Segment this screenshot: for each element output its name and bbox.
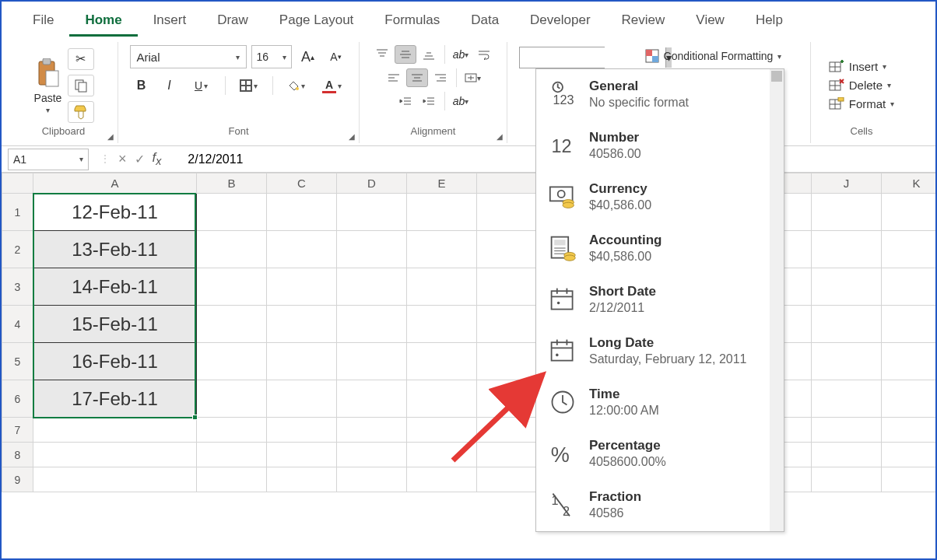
tab-home[interactable]: Home	[69, 6, 137, 37]
format-option-general[interactable]: 123GeneralNo specific format	[536, 69, 784, 121]
row-header[interactable]: 1	[2, 194, 33, 231]
dialog-launcher-icon[interactable]: ◢	[346, 131, 357, 142]
copy-button[interactable]	[68, 75, 94, 96]
increase-indent-button[interactable]	[418, 92, 440, 110]
cell[interactable]	[197, 306, 267, 343]
cell[interactable]	[882, 467, 938, 492]
cell[interactable]	[267, 231, 337, 268]
decrease-font-button[interactable]: A▾	[325, 46, 348, 68]
col-header-B[interactable]: B	[197, 173, 267, 194]
cell[interactable]	[337, 343, 407, 380]
cell[interactable]	[197, 231, 267, 268]
cell[interactable]	[812, 418, 882, 443]
rtl-button[interactable]: ab▾	[450, 92, 472, 110]
cell[interactable]: 14-Feb-11	[33, 268, 197, 306]
number-format-select[interactable]: ▾	[519, 47, 605, 68]
insert-cells-button[interactable]: Insert▾	[829, 60, 895, 74]
cell[interactable]	[33, 443, 197, 467]
scroll-thumb[interactable]	[771, 71, 782, 82]
cell[interactable]	[812, 443, 882, 467]
cell[interactable]	[812, 306, 882, 343]
cell[interactable]	[812, 268, 882, 306]
cell[interactable]	[267, 268, 337, 306]
borders-button[interactable]: ▾	[233, 75, 265, 96]
cell[interactable]	[407, 231, 477, 268]
cell[interactable]	[197, 418, 267, 443]
cell[interactable]	[812, 194, 882, 231]
cell[interactable]	[407, 467, 477, 492]
format-option-shortdate[interactable]: Short Date2/12/2011	[536, 275, 784, 326]
row-header[interactable]: 6	[2, 380, 33, 418]
cell[interactable]	[882, 418, 938, 443]
cell[interactable]	[197, 343, 267, 380]
cell[interactable]	[337, 268, 407, 306]
cell[interactable]	[407, 194, 477, 231]
name-box[interactable]: A1▾	[8, 149, 89, 170]
cell[interactable]	[337, 194, 407, 231]
tab-draw[interactable]: Draw	[202, 6, 264, 37]
tab-insert[interactable]: Insert	[138, 6, 202, 37]
align-bottom-button[interactable]	[418, 45, 440, 64]
cell[interactable]: 15-Feb-11	[33, 306, 197, 343]
cell[interactable]	[337, 380, 407, 418]
underline-button[interactable]: U▾	[186, 75, 217, 96]
align-center-button[interactable]	[406, 68, 428, 87]
fx-icon[interactable]: fx	[153, 150, 162, 167]
cell[interactable]	[882, 268, 938, 306]
cell[interactable]	[197, 268, 267, 306]
cell[interactable]	[337, 231, 407, 268]
format-option-longdate[interactable]: Long DateSaturday, February 12, 2011	[536, 326, 784, 377]
paste-button[interactable]: Paste ▾	[33, 56, 63, 114]
cell[interactable]	[882, 194, 938, 231]
cell[interactable]: 12-Feb-11	[33, 194, 197, 231]
cell[interactable]: 16-Feb-11	[33, 343, 197, 380]
tab-review[interactable]: Review	[606, 6, 681, 37]
dialog-launcher-icon[interactable]: ◢	[105, 131, 116, 142]
cell[interactable]	[812, 343, 882, 380]
col-header-C[interactable]: C	[267, 173, 337, 194]
cell[interactable]	[33, 418, 197, 443]
col-header-A[interactable]: A	[33, 173, 197, 194]
cell[interactable]	[407, 268, 477, 306]
cut-button[interactable]: ✂	[68, 48, 94, 70]
cell[interactable]: 13-Feb-11	[33, 231, 197, 268]
tab-help[interactable]: Help	[740, 6, 798, 37]
format-option-percent[interactable]: %Percentage4058600.00%	[536, 429, 784, 480]
col-header-K[interactable]: K	[882, 173, 938, 194]
tab-data[interactable]: Data	[455, 6, 514, 37]
align-top-button[interactable]	[371, 45, 393, 64]
wrap-text-button[interactable]	[473, 45, 495, 64]
cell[interactable]	[267, 418, 337, 443]
tab-page-layout[interactable]: Page Layout	[264, 6, 369, 37]
bold-button[interactable]: B	[130, 75, 153, 96]
cell[interactable]	[407, 418, 477, 443]
align-left-button[interactable]	[383, 68, 405, 87]
enter-formula-button[interactable]: ✓	[135, 152, 145, 166]
cell[interactable]	[267, 443, 337, 467]
merge-button[interactable]: ▾	[461, 68, 483, 87]
cell[interactable]	[882, 306, 938, 343]
decrease-indent-button[interactable]	[395, 92, 416, 110]
increase-font-button[interactable]: A▴	[297, 46, 320, 68]
cell[interactable]	[267, 343, 337, 380]
conditional-formatting-button[interactable]: Conditional Formatting ▾	[641, 47, 786, 65]
row-header[interactable]: 3	[2, 268, 33, 306]
cell[interactable]	[812, 231, 882, 268]
dialog-launcher-icon[interactable]: ◢	[494, 131, 505, 142]
row-header[interactable]: 7	[2, 418, 33, 443]
row-header[interactable]: 4	[2, 306, 33, 343]
tab-view[interactable]: View	[680, 6, 740, 37]
font-size-select[interactable]: 16▾	[251, 45, 292, 68]
cell[interactable]	[882, 343, 938, 380]
format-option-number[interactable]: 12Number40586.00	[536, 121, 784, 172]
font-color-button[interactable]: A▾	[317, 75, 348, 96]
cell[interactable]	[882, 380, 938, 418]
cell[interactable]	[267, 380, 337, 418]
row-header[interactable]: 9	[2, 467, 33, 492]
col-header-E[interactable]: E	[407, 173, 477, 194]
format-option-currency[interactable]: Currency$40,586.00	[536, 172, 784, 223]
select-all-corner[interactable]	[2, 173, 33, 194]
cell[interactable]	[337, 418, 407, 443]
cell[interactable]	[267, 467, 337, 492]
cell[interactable]	[337, 306, 407, 343]
